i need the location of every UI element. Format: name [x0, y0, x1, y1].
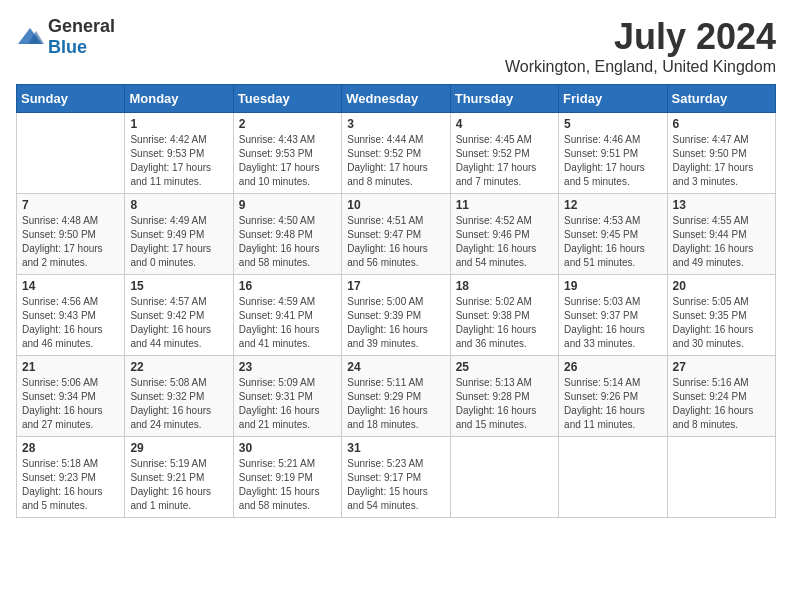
calendar-cell: 23Sunrise: 5:09 AM Sunset: 9:31 PM Dayli… — [233, 356, 341, 437]
day-info: Sunrise: 4:46 AM Sunset: 9:51 PM Dayligh… — [564, 133, 661, 189]
calendar-cell: 18Sunrise: 5:02 AM Sunset: 9:38 PM Dayli… — [450, 275, 558, 356]
calendar-cell: 25Sunrise: 5:13 AM Sunset: 9:28 PM Dayli… — [450, 356, 558, 437]
day-header-friday: Friday — [559, 85, 667, 113]
calendar-cell: 16Sunrise: 4:59 AM Sunset: 9:41 PM Dayli… — [233, 275, 341, 356]
location: Workington, England, United Kingdom — [505, 58, 776, 76]
day-number: 13 — [673, 198, 770, 212]
calendar-cell: 1Sunrise: 4:42 AM Sunset: 9:53 PM Daylig… — [125, 113, 233, 194]
day-info: Sunrise: 5:18 AM Sunset: 9:23 PM Dayligh… — [22, 457, 119, 513]
day-number: 14 — [22, 279, 119, 293]
day-info: Sunrise: 5:13 AM Sunset: 9:28 PM Dayligh… — [456, 376, 553, 432]
day-number: 21 — [22, 360, 119, 374]
day-info: Sunrise: 5:08 AM Sunset: 9:32 PM Dayligh… — [130, 376, 227, 432]
day-number: 22 — [130, 360, 227, 374]
calendar-cell: 24Sunrise: 5:11 AM Sunset: 9:29 PM Dayli… — [342, 356, 450, 437]
calendar-cell — [667, 437, 775, 518]
day-header-monday: Monday — [125, 85, 233, 113]
calendar-cell — [559, 437, 667, 518]
calendar-cell: 9Sunrise: 4:50 AM Sunset: 9:48 PM Daylig… — [233, 194, 341, 275]
calendar-table: SundayMondayTuesdayWednesdayThursdayFrid… — [16, 84, 776, 518]
day-info: Sunrise: 4:44 AM Sunset: 9:52 PM Dayligh… — [347, 133, 444, 189]
week-row-2: 14Sunrise: 4:56 AM Sunset: 9:43 PM Dayli… — [17, 275, 776, 356]
title-area: July 2024 Workington, England, United Ki… — [505, 16, 776, 76]
logo: General Blue — [16, 16, 115, 58]
calendar-cell: 4Sunrise: 4:45 AM Sunset: 9:52 PM Daylig… — [450, 113, 558, 194]
calendar-cell: 5Sunrise: 4:46 AM Sunset: 9:51 PM Daylig… — [559, 113, 667, 194]
calendar-cell: 2Sunrise: 4:43 AM Sunset: 9:53 PM Daylig… — [233, 113, 341, 194]
day-number: 29 — [130, 441, 227, 455]
week-row-3: 21Sunrise: 5:06 AM Sunset: 9:34 PM Dayli… — [17, 356, 776, 437]
calendar-cell: 6Sunrise: 4:47 AM Sunset: 9:50 PM Daylig… — [667, 113, 775, 194]
day-number: 12 — [564, 198, 661, 212]
logo-blue: Blue — [48, 37, 87, 57]
logo-general: General — [48, 16, 115, 36]
calendar-cell: 31Sunrise: 5:23 AM Sunset: 9:17 PM Dayli… — [342, 437, 450, 518]
day-number: 3 — [347, 117, 444, 131]
day-number: 20 — [673, 279, 770, 293]
day-number: 9 — [239, 198, 336, 212]
day-info: Sunrise: 4:48 AM Sunset: 9:50 PM Dayligh… — [22, 214, 119, 270]
day-header-wednesday: Wednesday — [342, 85, 450, 113]
calendar-cell: 26Sunrise: 5:14 AM Sunset: 9:26 PM Dayli… — [559, 356, 667, 437]
day-number: 19 — [564, 279, 661, 293]
day-info: Sunrise: 4:53 AM Sunset: 9:45 PM Dayligh… — [564, 214, 661, 270]
day-number: 28 — [22, 441, 119, 455]
day-info: Sunrise: 4:50 AM Sunset: 9:48 PM Dayligh… — [239, 214, 336, 270]
day-number: 1 — [130, 117, 227, 131]
day-info: Sunrise: 5:06 AM Sunset: 9:34 PM Dayligh… — [22, 376, 119, 432]
day-number: 26 — [564, 360, 661, 374]
calendar-cell — [17, 113, 125, 194]
day-number: 15 — [130, 279, 227, 293]
day-number: 10 — [347, 198, 444, 212]
day-info: Sunrise: 5:23 AM Sunset: 9:17 PM Dayligh… — [347, 457, 444, 513]
day-number: 17 — [347, 279, 444, 293]
day-number: 7 — [22, 198, 119, 212]
day-info: Sunrise: 4:55 AM Sunset: 9:44 PM Dayligh… — [673, 214, 770, 270]
week-row-1: 7Sunrise: 4:48 AM Sunset: 9:50 PM Daylig… — [17, 194, 776, 275]
day-number: 27 — [673, 360, 770, 374]
day-info: Sunrise: 4:52 AM Sunset: 9:46 PM Dayligh… — [456, 214, 553, 270]
calendar-cell: 8Sunrise: 4:49 AM Sunset: 9:49 PM Daylig… — [125, 194, 233, 275]
calendar-cell: 21Sunrise: 5:06 AM Sunset: 9:34 PM Dayli… — [17, 356, 125, 437]
day-info: Sunrise: 4:47 AM Sunset: 9:50 PM Dayligh… — [673, 133, 770, 189]
day-number: 30 — [239, 441, 336, 455]
day-info: Sunrise: 4:43 AM Sunset: 9:53 PM Dayligh… — [239, 133, 336, 189]
calendar-cell: 14Sunrise: 4:56 AM Sunset: 9:43 PM Dayli… — [17, 275, 125, 356]
day-info: Sunrise: 5:03 AM Sunset: 9:37 PM Dayligh… — [564, 295, 661, 351]
day-info: Sunrise: 5:00 AM Sunset: 9:39 PM Dayligh… — [347, 295, 444, 351]
day-header-thursday: Thursday — [450, 85, 558, 113]
day-number: 8 — [130, 198, 227, 212]
day-number: 23 — [239, 360, 336, 374]
day-info: Sunrise: 4:49 AM Sunset: 9:49 PM Dayligh… — [130, 214, 227, 270]
day-number: 4 — [456, 117, 553, 131]
day-number: 2 — [239, 117, 336, 131]
day-info: Sunrise: 5:14 AM Sunset: 9:26 PM Dayligh… — [564, 376, 661, 432]
day-number: 24 — [347, 360, 444, 374]
day-header-sunday: Sunday — [17, 85, 125, 113]
day-header-tuesday: Tuesday — [233, 85, 341, 113]
day-number: 6 — [673, 117, 770, 131]
day-number: 11 — [456, 198, 553, 212]
day-info: Sunrise: 5:19 AM Sunset: 9:21 PM Dayligh… — [130, 457, 227, 513]
day-info: Sunrise: 5:02 AM Sunset: 9:38 PM Dayligh… — [456, 295, 553, 351]
day-info: Sunrise: 4:56 AM Sunset: 9:43 PM Dayligh… — [22, 295, 119, 351]
calendar-cell: 20Sunrise: 5:05 AM Sunset: 9:35 PM Dayli… — [667, 275, 775, 356]
day-info: Sunrise: 5:16 AM Sunset: 9:24 PM Dayligh… — [673, 376, 770, 432]
day-info: Sunrise: 4:57 AM Sunset: 9:42 PM Dayligh… — [130, 295, 227, 351]
calendar-cell — [450, 437, 558, 518]
calendar-cell: 11Sunrise: 4:52 AM Sunset: 9:46 PM Dayli… — [450, 194, 558, 275]
calendar-cell: 17Sunrise: 5:00 AM Sunset: 9:39 PM Dayli… — [342, 275, 450, 356]
day-number: 16 — [239, 279, 336, 293]
calendar-cell: 29Sunrise: 5:19 AM Sunset: 9:21 PM Dayli… — [125, 437, 233, 518]
month-title: July 2024 — [505, 16, 776, 58]
calendar-cell: 15Sunrise: 4:57 AM Sunset: 9:42 PM Dayli… — [125, 275, 233, 356]
logo-icon — [16, 26, 44, 48]
day-info: Sunrise: 5:11 AM Sunset: 9:29 PM Dayligh… — [347, 376, 444, 432]
day-info: Sunrise: 4:42 AM Sunset: 9:53 PM Dayligh… — [130, 133, 227, 189]
calendar-cell: 7Sunrise: 4:48 AM Sunset: 9:50 PM Daylig… — [17, 194, 125, 275]
day-info: Sunrise: 5:09 AM Sunset: 9:31 PM Dayligh… — [239, 376, 336, 432]
calendar-cell: 22Sunrise: 5:08 AM Sunset: 9:32 PM Dayli… — [125, 356, 233, 437]
week-row-4: 28Sunrise: 5:18 AM Sunset: 9:23 PM Dayli… — [17, 437, 776, 518]
day-info: Sunrise: 4:45 AM Sunset: 9:52 PM Dayligh… — [456, 133, 553, 189]
calendar-cell: 28Sunrise: 5:18 AM Sunset: 9:23 PM Dayli… — [17, 437, 125, 518]
